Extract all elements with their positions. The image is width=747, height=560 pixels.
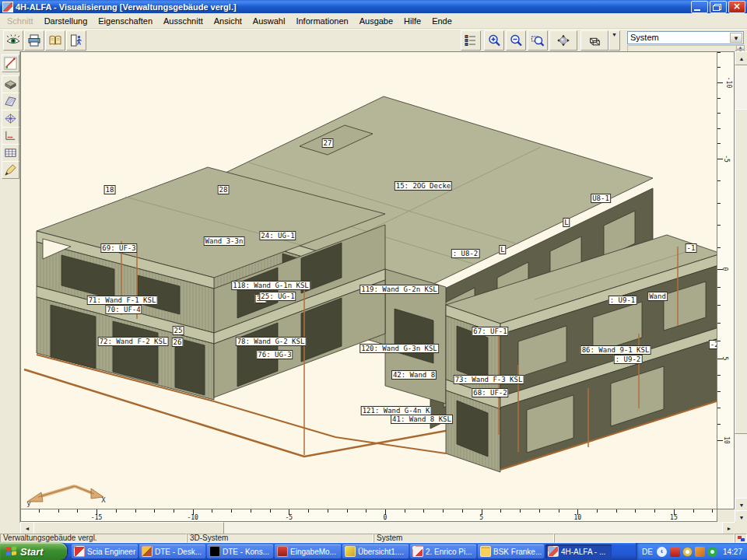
exit-door-button[interactable]	[66, 30, 86, 51]
menu-item-ausschnitt[interactable]: Ausschnitt	[158, 15, 209, 27]
horizontal-ruler: -15-10-5051015	[20, 509, 717, 522]
model-label: 15: 2OG Decke	[395, 181, 452, 191]
box-3d-button[interactable]	[580, 30, 608, 51]
menu-item-auswahl[interactable]: Auswahl	[247, 15, 291, 27]
alfa-icon	[548, 546, 559, 557]
model-label: 76: UG-3	[256, 350, 293, 359]
chevron-icon[interactable]: ‹	[657, 547, 667, 557]
taskbar-button-label: Übersicht1....	[358, 548, 404, 556]
status-indicator-icon	[735, 534, 747, 543]
dimension-icon	[4, 129, 17, 142]
slab-button[interactable]	[2, 75, 19, 93]
view-mode-dropdown-button[interactable]: ▼	[608, 30, 620, 51]
zoom-out-button[interactable]	[506, 30, 526, 51]
model-label: 72: Wand F-2 KSL	[98, 337, 169, 346]
tree-list-icon	[464, 33, 478, 47]
sidebar-toolbar	[0, 51, 20, 523]
red-app-icon[interactable]	[670, 547, 680, 557]
building-3d-model	[21, 52, 717, 509]
close-button[interactable]: ×	[728, 1, 745, 13]
start-button[interactable]: Start	[0, 543, 67, 560]
tray-icons: ‹	[657, 544, 720, 558]
menubar: SchnittDarstellungEigenschaftenAusschnit…	[0, 13, 747, 29]
dimension-button[interactable]	[2, 127, 19, 145]
menu-item-ausgabe[interactable]: Ausgabe	[354, 15, 398, 27]
menu-item-informationen[interactable]: Informationen	[290, 15, 353, 27]
model-label: 41: Wand 8 KSL	[391, 415, 453, 424]
restore-button[interactable]	[710, 1, 727, 13]
menu-item-eigenschaften[interactable]: Eigenschaften	[93, 15, 158, 27]
model-label: -2n	[709, 340, 717, 349]
taskbar-button-folder[interactable]: BSK Franke...	[478, 544, 544, 558]
print-icon	[27, 33, 41, 47]
clock: 14:27	[723, 548, 742, 556]
zoom-window-button[interactable]	[528, 30, 548, 51]
model-label-overlay: 18282715: 2OG DeckeWand 3-3n24: UG-169: …	[21, 52, 717, 509]
mesh-button[interactable]	[2, 110, 19, 128]
system-combobox[interactable]: System ▼	[627, 31, 744, 44]
dte-desk-icon	[142, 546, 153, 557]
table-button[interactable]	[2, 144, 19, 162]
taskbar-button-uebersicht[interactable]: Übersicht1....	[342, 544, 409, 558]
menu-item-hilfe[interactable]: Hilfe	[398, 15, 426, 27]
pen-icon[interactable]	[695, 547, 705, 557]
print-button[interactable]	[24, 30, 44, 51]
mesh-icon	[4, 112, 17, 125]
badge-icon[interactable]	[707, 547, 717, 557]
tree-list-button[interactable]	[461, 30, 481, 51]
taskbar-button-alfa[interactable]: 4H-ALFA - ...	[545, 544, 612, 558]
model-label: L	[499, 245, 506, 254]
status-system: 3D-System	[187, 534, 374, 543]
title-bar: 4H-ALFA - Visualisierung [Verwaltungsgeb…	[0, 0, 747, 13]
model-label: 67: UF-1	[472, 327, 508, 336]
slab-icon	[4, 78, 17, 91]
horizontal-scrollbar[interactable]: ◄ ►	[20, 522, 735, 534]
axis-label-y: y	[26, 499, 30, 507]
taskbar-button-label: DTE - Desk...	[155, 548, 202, 556]
edit-pen-button[interactable]	[2, 54, 19, 72]
box-3d-icon	[587, 33, 601, 47]
zoom-in-button[interactable]	[484, 30, 504, 51]
vertical-scroll-thumb[interactable]	[735, 109, 747, 434]
model-label: 119: Wand G-2n KSL	[359, 285, 439, 294]
model-label: : U9-2	[614, 355, 643, 364]
console-icon	[209, 546, 220, 557]
taskbar-button-label: 2. Enrico Pi...	[426, 548, 472, 556]
minimize-button[interactable]	[691, 1, 708, 13]
hatch-plane-icon	[4, 95, 17, 108]
report-book-button[interactable]	[45, 30, 65, 51]
axis-label-X: X	[101, 496, 105, 504]
taskbar-button-scia[interactable]: Scia Engineer	[72, 544, 138, 558]
table-icon	[4, 146, 17, 159]
axis-triad-icon	[27, 486, 103, 502]
model-label: 25	[173, 326, 184, 335]
taskbar-button-enrico[interactable]: 2. Enrico Pi...	[410, 544, 476, 558]
model-label: 27	[322, 138, 334, 148]
system-combobox-value: System	[630, 33, 659, 42]
cd-icon[interactable]	[682, 547, 693, 557]
taskbar-button-dte-desk[interactable]: DTE - Desk...	[139, 544, 205, 558]
language-indicator[interactable]: DE	[642, 548, 653, 556]
vertical-scrollbar[interactable]: ▲ ▼ ▼	[735, 51, 747, 523]
view-eye-button[interactable]	[3, 30, 23, 51]
pan-icon	[556, 33, 570, 47]
chevron-down-icon[interactable]: ▼	[730, 33, 742, 43]
sketch-pen-button[interactable]	[2, 161, 19, 179]
scroll-up-icon[interactable]: ▲	[735, 51, 747, 65]
hatch-plane-button[interactable]	[2, 93, 19, 110]
menu-item-ansicht[interactable]: Ansicht	[209, 15, 247, 27]
taskbar-button-eingabe[interactable]: EingabeMo...	[275, 544, 341, 558]
taskbar-button-label: BSK Franke...	[493, 548, 542, 556]
taskbar-button-console[interactable]: DTE - Kons...	[207, 544, 273, 558]
model-label: 36	[255, 294, 267, 303]
pan-button[interactable]	[549, 30, 577, 51]
taskbar-button-label: Scia Engineer	[87, 548, 135, 556]
menu-item-darstellung[interactable]: Darstellung	[39, 15, 93, 27]
menu-item-ende[interactable]: Ende	[426, 15, 458, 27]
taskbar: Start Scia EngineerDTE - Desk...DTE - Ko…	[0, 543, 747, 560]
windows-flag-icon	[6, 546, 17, 557]
viewport-3d[interactable]: 18282715: 2OG DeckeWand 3-3n24: UG-169: …	[20, 51, 717, 509]
model-label: 78: Wand G-2 KSL	[236, 337, 307, 346]
menu-item-schnitt: Schnitt	[2, 15, 39, 27]
start-label: Start	[20, 546, 44, 558]
